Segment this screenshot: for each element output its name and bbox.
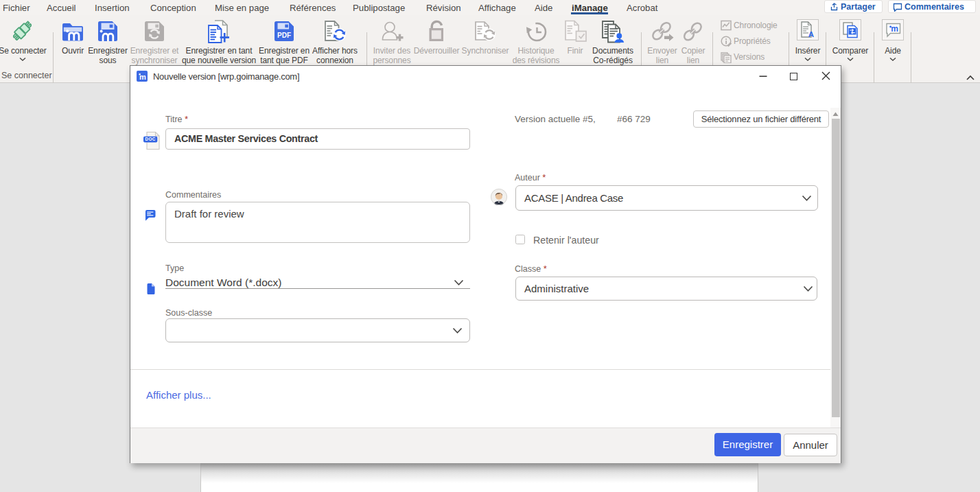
svg-text:PDF: PDF (277, 32, 291, 39)
svg-text:m: m (139, 73, 146, 81)
svg-text:DOC: DOC (145, 137, 155, 141)
svg-text:A: A (808, 30, 814, 38)
svg-text:m: m (891, 24, 898, 34)
